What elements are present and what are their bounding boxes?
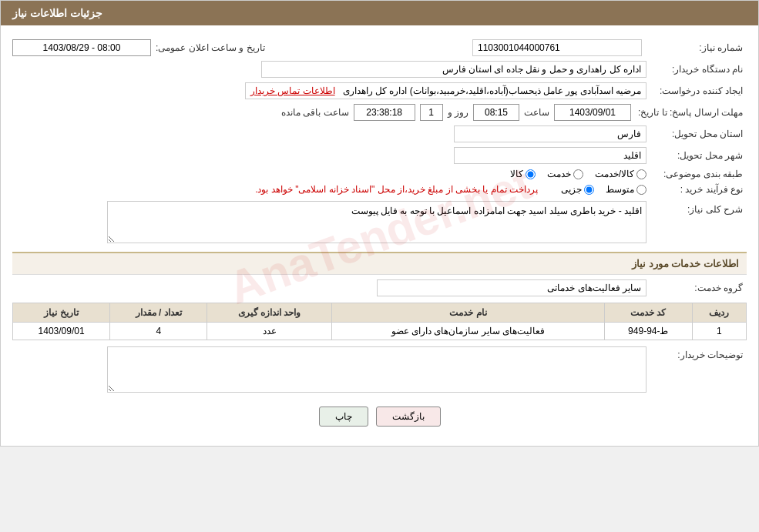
province-value: فارس — [454, 125, 646, 142]
creator-value: مرضیه اسدآبادی پور عامل ذیحساب(آباده،اقل… — [343, 85, 641, 96]
creator-container: مرضیه اسدآبادی پور عامل ذیحساب(آباده،اقل… — [245, 82, 646, 99]
deadline-time-label: ساعت — [524, 107, 549, 118]
purchase-note: پرداخت تمام یا بخشی از مبلغ خرید،از محل … — [255, 184, 538, 195]
cell-code: ط-94-949 — [605, 323, 693, 340]
org-name-value: اداره کل راهداری و حمل و نقل جاده ای است… — [261, 61, 646, 78]
col-header-code: کد خدمت — [605, 303, 693, 323]
province-label: استان محل تحویل: — [646, 129, 747, 139]
announce-date-label: تاریخ و ساعت اعلان عمومی: — [156, 42, 269, 53]
cell-qty: 4 — [110, 323, 207, 340]
deadline-remaining-label: ساعت باقی مانده — [281, 107, 349, 118]
action-buttons: بازگشت چاپ — [12, 407, 747, 427]
services-section-header: اطلاعات خدمات مورد نیاز — [12, 252, 747, 275]
category-kala-option[interactable]: کالا — [510, 169, 536, 179]
service-group-value: سایر فعالیت‌های خدماتی — [377, 279, 646, 296]
need-number-label: شماره نیاز: — [646, 42, 747, 53]
back-button[interactable]: بازگشت — [376, 407, 441, 427]
service-group-label: گروه خدمت: — [646, 283, 747, 293]
page-header: جزئیات اطلاعات نیاز — [1, 1, 758, 25]
purchase-motavasset-option[interactable]: متوسط — [606, 184, 646, 195]
services-table: ردیف کد خدمت نام خدمت واحد اندازه گیری ت… — [12, 303, 747, 340]
col-header-name: نام خدمت — [331, 303, 604, 323]
purchase-jozi-radio[interactable] — [584, 185, 594, 195]
col-header-qty: تعداد / مقدار — [110, 303, 207, 323]
cell-name: فعالیت‌های سایر سازمان‌های دارای عضو — [331, 323, 604, 340]
category-label: طبقه بندی موضوعی: — [646, 169, 747, 179]
purchase-jozi-option[interactable]: جزیی — [561, 184, 594, 195]
category-kala-khedmat-option[interactable]: کالا/خدمت — [595, 169, 646, 179]
deadline-label: مهلت ارسال پاسخ: تا تاریخ: — [631, 107, 747, 118]
deadline-date: 1403/09/01 — [554, 104, 631, 121]
deadline-remaining: 23:38:18 — [354, 104, 415, 121]
col-header-date: تاریخ نیاز — [13, 303, 110, 323]
category-khedmat-option[interactable]: خدمت — [547, 169, 583, 179]
buyer-desc-label: توضیحات خریدار: — [646, 346, 747, 360]
purchase-jozi-label: جزیی — [561, 184, 582, 195]
buyer-desc-textarea[interactable] — [107, 346, 646, 393]
category-group: کالا/خدمت خدمت کالا — [510, 169, 646, 179]
deadline-time: 08:15 — [473, 104, 519, 121]
page-title: جزئیات اطلاعات نیاز — [12, 7, 102, 19]
need-number-value: 1103001044000761 — [472, 39, 642, 56]
announce-date-value: 1403/08/29 - 08:00 — [12, 39, 151, 56]
category-kala-radio[interactable] — [526, 169, 536, 179]
category-khedmat-label: خدمت — [547, 169, 571, 179]
cell-date: 1403/09/01 — [13, 323, 110, 340]
description-textarea[interactable]: اقلید - خرید باطری سیلد اسید جهت امامزاد… — [107, 201, 646, 243]
category-kala-label: کالا — [510, 169, 523, 179]
cell-unit: عدد — [207, 323, 332, 340]
creator-link[interactable]: اطلاعات تماس خریدار — [250, 85, 335, 96]
purchase-type-label: نوع فرآیند خرید : — [646, 184, 747, 195]
col-header-unit: واحد اندازه گیری — [207, 303, 332, 323]
deadline-day-label: روز و — [448, 107, 468, 118]
description-label: شرح کلی نیاز: — [646, 201, 747, 215]
purchase-motavasset-label: متوسط — [606, 184, 634, 195]
col-header-row: ردیف — [692, 303, 746, 323]
print-button[interactable]: چاپ — [319, 407, 368, 427]
cell-row: 1 — [692, 323, 746, 340]
city-value: اقلید — [454, 147, 646, 164]
creator-label: ایجاد کننده درخواست: — [646, 85, 747, 96]
category-khedmat-radio[interactable] — [573, 169, 583, 179]
category-kala-khedmat-radio[interactable] — [636, 169, 646, 179]
org-name-label: نام دستگاه خریدار: — [646, 64, 747, 75]
table-row: 1 ط-94-949 فعالیت‌های سایر سازمان‌های دا… — [13, 323, 747, 340]
deadline-days: 1 — [420, 104, 443, 121]
purchase-type-group: متوسط جزیی پرداخت تمام یا بخشی از مبلغ خ… — [255, 184, 646, 195]
city-label: شهر محل تحویل: — [646, 150, 747, 161]
purchase-motavasset-radio[interactable] — [636, 185, 646, 195]
category-kala-khedmat-label: کالا/خدمت — [595, 169, 634, 179]
